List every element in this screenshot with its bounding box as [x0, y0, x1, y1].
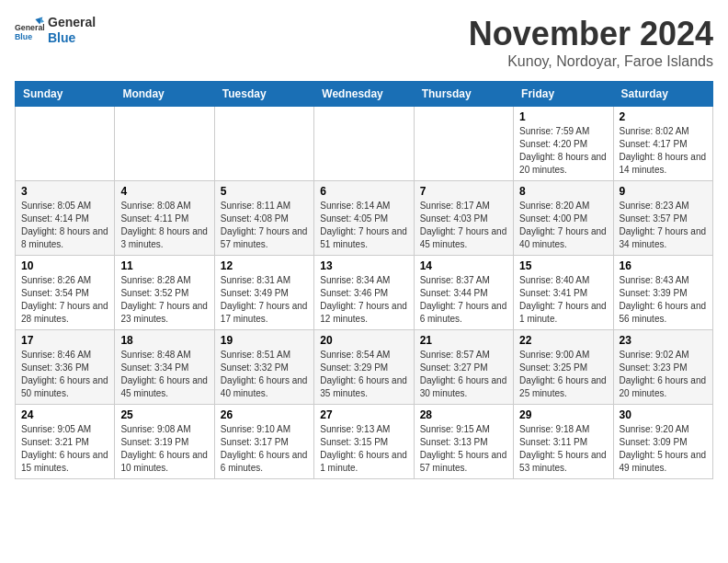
day-detail: Sunrise: 9:08 AM Sunset: 3:19 PM Dayligh…: [120, 423, 208, 475]
day-cell: 15Sunrise: 8:40 AM Sunset: 3:41 PM Dayli…: [514, 256, 613, 330]
day-detail: Sunrise: 8:37 AM Sunset: 3:44 PM Dayligh…: [420, 274, 507, 326]
header-monday: Monday: [115, 82, 214, 107]
day-cell: 4Sunrise: 8:08 AM Sunset: 4:11 PM Daylig…: [115, 181, 214, 256]
week-row-2: 10Sunrise: 8:26 AM Sunset: 3:54 PM Dayli…: [16, 256, 713, 330]
day-number: 11: [120, 259, 208, 272]
day-number: 8: [519, 185, 607, 198]
day-detail: Sunrise: 9:10 AM Sunset: 3:17 PM Dayligh…: [221, 423, 308, 475]
day-detail: Sunrise: 8:20 AM Sunset: 4:00 PM Dayligh…: [519, 200, 607, 251]
day-cell: 17Sunrise: 8:46 AM Sunset: 3:36 PM Dayli…: [16, 330, 115, 405]
day-detail: Sunrise: 9:15 AM Sunset: 3:13 PM Dayligh…: [420, 423, 507, 475]
day-number: 7: [420, 185, 507, 198]
day-cell: 16Sunrise: 8:43 AM Sunset: 3:39 PM Dayli…: [613, 256, 712, 330]
day-cell: 10Sunrise: 8:26 AM Sunset: 3:54 PM Dayli…: [16, 256, 115, 330]
day-cell: 25Sunrise: 9:08 AM Sunset: 3:19 PM Dayli…: [115, 405, 214, 479]
day-number: 4: [120, 185, 208, 198]
week-row-1: 3Sunrise: 8:05 AM Sunset: 4:14 PM Daylig…: [16, 181, 713, 256]
day-cell: 27Sunrise: 9:13 AM Sunset: 3:15 PM Dayli…: [314, 405, 414, 479]
day-cell: [115, 107, 214, 181]
day-detail: Sunrise: 9:13 AM Sunset: 3:15 PM Dayligh…: [320, 423, 407, 475]
day-detail: Sunrise: 8:23 AM Sunset: 3:57 PM Dayligh…: [620, 200, 707, 251]
day-cell: 21Sunrise: 8:57 AM Sunset: 3:27 PM Dayli…: [414, 330, 513, 405]
header-saturday: Saturday: [613, 82, 712, 107]
day-detail: Sunrise: 8:28 AM Sunset: 3:52 PM Dayligh…: [120, 274, 208, 326]
day-number: 28: [420, 408, 507, 421]
day-cell: 13Sunrise: 8:34 AM Sunset: 3:46 PM Dayli…: [314, 256, 414, 330]
day-detail: Sunrise: 8:43 AM Sunset: 3:39 PM Dayligh…: [620, 274, 707, 326]
logo-icon: General Blue: [15, 16, 44, 45]
day-number: 25: [120, 408, 208, 421]
day-cell: [314, 107, 414, 181]
day-cell: 5Sunrise: 8:11 AM Sunset: 4:08 PM Daylig…: [214, 181, 313, 256]
month-title: November 2024: [469, 15, 713, 53]
day-cell: 23Sunrise: 9:02 AM Sunset: 3:23 PM Dayli…: [613, 330, 712, 405]
day-cell: 6Sunrise: 8:14 AM Sunset: 4:05 PM Daylig…: [314, 181, 414, 256]
day-detail: Sunrise: 8:05 AM Sunset: 4:14 PM Dayligh…: [21, 200, 108, 251]
day-number: 13: [320, 259, 407, 272]
location-title: Kunoy, Nordoyar, Faroe Islands: [469, 53, 713, 70]
day-cell: 18Sunrise: 8:48 AM Sunset: 3:34 PM Dayli…: [115, 330, 214, 405]
day-detail: Sunrise: 7:59 AM Sunset: 4:20 PM Dayligh…: [519, 125, 607, 177]
day-cell: 7Sunrise: 8:17 AM Sunset: 4:03 PM Daylig…: [414, 181, 513, 256]
day-number: 22: [519, 334, 607, 347]
page-header: General Blue General Blue November 2024 …: [15, 15, 713, 70]
day-cell: 3Sunrise: 8:05 AM Sunset: 4:14 PM Daylig…: [16, 181, 115, 256]
header-friday: Friday: [514, 82, 613, 107]
day-cell: [16, 107, 115, 181]
day-detail: Sunrise: 8:11 AM Sunset: 4:08 PM Dayligh…: [221, 200, 308, 251]
logo-line2: Blue: [48, 30, 96, 46]
day-cell: 30Sunrise: 9:20 AM Sunset: 3:09 PM Dayli…: [613, 405, 712, 479]
day-cell: 11Sunrise: 8:28 AM Sunset: 3:52 PM Dayli…: [115, 256, 214, 330]
day-cell: [414, 107, 513, 181]
day-detail: Sunrise: 8:31 AM Sunset: 3:49 PM Dayligh…: [221, 274, 308, 326]
day-cell: 12Sunrise: 8:31 AM Sunset: 3:49 PM Dayli…: [214, 256, 313, 330]
day-number: 29: [519, 408, 607, 421]
day-number: 24: [21, 408, 108, 421]
day-number: 6: [320, 185, 407, 198]
header-thursday: Thursday: [414, 82, 513, 107]
day-number: 12: [221, 259, 308, 272]
header-sunday: Sunday: [16, 82, 115, 107]
day-detail: Sunrise: 8:26 AM Sunset: 3:54 PM Dayligh…: [21, 274, 108, 326]
day-cell: 8Sunrise: 8:20 AM Sunset: 4:00 PM Daylig…: [514, 181, 613, 256]
day-number: 2: [620, 110, 707, 123]
day-cell: 26Sunrise: 9:10 AM Sunset: 3:17 PM Dayli…: [214, 405, 313, 479]
day-detail: Sunrise: 8:57 AM Sunset: 3:27 PM Dayligh…: [420, 349, 507, 400]
logo: General Blue General Blue: [15, 15, 96, 46]
day-number: 1: [519, 110, 607, 123]
day-number: 5: [221, 185, 308, 198]
day-detail: Sunrise: 8:08 AM Sunset: 4:11 PM Dayligh…: [120, 200, 208, 251]
day-number: 26: [221, 408, 308, 421]
day-detail: Sunrise: 9:20 AM Sunset: 3:09 PM Dayligh…: [620, 423, 707, 475]
day-detail: Sunrise: 9:05 AM Sunset: 3:21 PM Dayligh…: [21, 423, 108, 475]
day-cell: 28Sunrise: 9:15 AM Sunset: 3:13 PM Dayli…: [414, 405, 513, 479]
day-cell: [214, 107, 313, 181]
day-number: 14: [420, 259, 507, 272]
day-number: 16: [620, 259, 707, 272]
day-number: 21: [420, 334, 507, 347]
day-detail: Sunrise: 8:46 AM Sunset: 3:36 PM Dayligh…: [21, 349, 108, 400]
day-detail: Sunrise: 9:00 AM Sunset: 3:25 PM Dayligh…: [519, 349, 607, 400]
title-area: November 2024 Kunoy, Nordoyar, Faroe Isl…: [469, 15, 713, 70]
calendar-table: Sunday Monday Tuesday Wednesday Thursday…: [15, 81, 713, 479]
header-row: Sunday Monday Tuesday Wednesday Thursday…: [16, 82, 713, 107]
svg-text:Blue: Blue: [15, 31, 32, 40]
week-row-3: 17Sunrise: 8:46 AM Sunset: 3:36 PM Dayli…: [16, 330, 713, 405]
week-row-4: 24Sunrise: 9:05 AM Sunset: 3:21 PM Dayli…: [16, 405, 713, 479]
day-cell: 24Sunrise: 9:05 AM Sunset: 3:21 PM Dayli…: [16, 405, 115, 479]
day-number: 19: [221, 334, 308, 347]
day-cell: 19Sunrise: 8:51 AM Sunset: 3:32 PM Dayli…: [214, 330, 313, 405]
day-number: 27: [320, 408, 407, 421]
day-cell: 1Sunrise: 7:59 AM Sunset: 4:20 PM Daylig…: [514, 107, 613, 181]
day-cell: 2Sunrise: 8:02 AM Sunset: 4:17 PM Daylig…: [613, 107, 712, 181]
day-detail: Sunrise: 8:54 AM Sunset: 3:29 PM Dayligh…: [320, 349, 407, 400]
day-number: 10: [21, 259, 108, 272]
day-number: 23: [620, 334, 707, 347]
week-row-0: 1Sunrise: 7:59 AM Sunset: 4:20 PM Daylig…: [16, 107, 713, 181]
day-detail: Sunrise: 8:17 AM Sunset: 4:03 PM Dayligh…: [420, 200, 507, 251]
day-number: 20: [320, 334, 407, 347]
day-detail: Sunrise: 9:18 AM Sunset: 3:11 PM Dayligh…: [519, 423, 607, 475]
day-cell: 20Sunrise: 8:54 AM Sunset: 3:29 PM Dayli…: [314, 330, 414, 405]
day-number: 30: [620, 408, 707, 421]
day-number: 17: [21, 334, 108, 347]
